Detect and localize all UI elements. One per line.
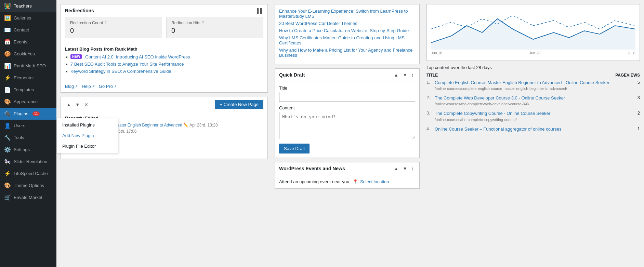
related-article-item: How to Create a Price Calculator on Webs…: [279, 28, 415, 33]
qd-collapse-down[interactable]: ▼: [401, 71, 409, 78]
redirection-count-help-icon[interactable]: ?: [104, 21, 107, 25]
templates-icon: 📄: [4, 86, 11, 93]
blog-link[interactable]: Blog ↗: [65, 84, 78, 89]
quick-draft-content-textarea[interactable]: [279, 112, 415, 139]
tc-title-link[interactable]: The Complete Copywriting Course - Online…: [435, 110, 630, 117]
pages-drag-handle[interactable]: ✕: [83, 101, 90, 108]
sidebar-item-settings[interactable]: ⚙️ Settings: [0, 144, 56, 156]
wpe-collapse-up[interactable]: ▲: [392, 165, 400, 172]
contact-icon: ✉️: [4, 27, 11, 33]
top-content-list: 1. Complete English Course: Master Engli…: [426, 80, 640, 132]
related-article-link[interactable]: 20 Best WordPress Car Dealer Themes: [279, 21, 357, 26]
wp-events-title: WordPress Events and News: [279, 166, 345, 171]
qd-drag[interactable]: ↕: [410, 71, 415, 78]
dropdown-item-installed-plugins[interactable]: Installed Plugins: [57, 120, 118, 130]
galleries-icon: 🖼️: [4, 15, 11, 21]
tc-title-link[interactable]: The Complete Web Developer Course 3.0 - …: [435, 95, 630, 101]
sidebar-item-templates[interactable]: 📄 Templates: [0, 84, 56, 96]
dropdown-item-plugin-file-editor[interactable]: Plugin File Editor: [57, 141, 118, 151]
sidebar-label-slider-revolution: Slider Revolution: [14, 159, 47, 164]
related-article-link[interactable]: Enhance Your E-Learning Experience: Swit…: [279, 9, 408, 19]
related-articles-widget: Enhance Your E-Learning Experience: Swit…: [275, 4, 420, 64]
sidebar-item-theme-options[interactable]: 🎨 Theme Options: [0, 179, 56, 191]
tc-url: /online-courses/complete-english-course-…: [435, 86, 567, 91]
quick-draft-header: Quick Draft ▲ ▼ ↕: [275, 69, 419, 81]
quick-draft-body: Title Content Save Draft: [275, 81, 419, 158]
pages-collapse-up[interactable]: ▲: [65, 101, 73, 108]
redirection-hits-help-icon[interactable]: ?: [202, 21, 204, 25]
tc-title-link[interactable]: Online Course Seeker – Functional aggreg…: [435, 126, 630, 132]
wp-events-body: Attend an upcoming event near you. 📍 Sel…: [275, 175, 419, 188]
tc-title-link[interactable]: Complete English Course: Master English …: [435, 80, 630, 86]
blog-post-item: 7 Best SEO Audit Tools to Analyze Your S…: [65, 62, 263, 67]
sidebar-item-appearance[interactable]: 🎨 Appearance: [0, 96, 56, 108]
chart-area-fill: [431, 19, 635, 50]
quick-draft-title-input[interactable]: [279, 92, 415, 102]
top-content-header: Top content over the last 28 days: [426, 65, 640, 70]
tc-pageviews: 2: [633, 110, 640, 116]
sidebar-item-slider-revolution[interactable]: 🎠 Slider Revolution: [0, 156, 56, 168]
redirections-title: Redirections: [65, 8, 94, 13]
related-article-link[interactable]: Why and How to Make a Pricing List for Y…: [279, 48, 412, 58]
top-content-row: 3. The Complete Copywriting Course - Onl…: [426, 110, 640, 122]
redirection-hits-box: Redirection Hits ? 0: [166, 17, 263, 38]
top-content-row: 4. Online Course Seeker – Functional agg…: [426, 126, 640, 132]
sidebar-item-litespeed-cache[interactable]: ⚡ LiteSpeed Cache: [0, 168, 56, 179]
sidebar-item-teachers[interactable]: 👨‍🏫 Teachers: [0, 0, 56, 12]
blog-post-link[interactable]: Content AI 2.0: Introducing AI SEO Insid…: [85, 54, 190, 59]
quick-draft-title-label: Title: [279, 85, 415, 91]
location-icon: 📍: [353, 179, 358, 184]
help-link[interactable]: Help ↗: [82, 84, 95, 89]
pages-controls: ▲ ▼ ✕: [65, 101, 90, 108]
blog-post-link[interactable]: 7 Best SEO Audit Tools to Analyze Your S…: [70, 62, 184, 67]
wpe-drag[interactable]: ↕: [410, 165, 415, 172]
sidebar-item-users[interactable]: 👤 Users: [0, 120, 56, 132]
tc-rank: 4.: [426, 126, 432, 131]
redirections-bar-icon[interactable]: ▐▐: [254, 7, 263, 14]
related-article-link[interactable]: How to Create a Price Calculator on Webs…: [279, 28, 409, 33]
sidebar-label-cookieyes: CookieYes: [14, 51, 35, 56]
chart-label-1: Jun 18: [431, 51, 442, 55]
slider-revolution-icon: 🎠: [4, 158, 11, 165]
select-location-link[interactable]: Select location: [360, 179, 389, 184]
chart-dashed-line: [431, 15, 635, 29]
sidebar-item-plugins[interactable]: 🔌 Plugins 11: [0, 108, 56, 120]
blog-post-link[interactable]: Keyword Strategy in SEO: A Comprehensive…: [70, 69, 171, 74]
go-pro-link[interactable]: Go Pro ↗: [99, 84, 117, 89]
dropdown-item-add-new-plugin[interactable]: Add New Plugin: [57, 130, 118, 141]
main-content: Redirections ▐▐ Redirection Count ? 0 Re…: [56, 0, 644, 267]
litespeed-cache-icon: ⚡: [4, 170, 11, 177]
users-icon: 👤: [4, 122, 11, 129]
quick-draft-widget: Quick Draft ▲ ▼ ↕ Title Content Save Dra…: [275, 68, 420, 158]
related-article-item: Why LMS Certificates Matter: Guide to Cr…: [279, 35, 415, 45]
wp-events-widget: WordPress Events and News ▲ ▼ ↕ Attend a…: [275, 162, 420, 189]
create-new-page-button[interactable]: + Create New Page: [215, 100, 263, 109]
sidebar-item-envato-market[interactable]: 🛒 Envato Market: [0, 191, 56, 203]
qd-collapse-up[interactable]: ▲: [392, 71, 400, 78]
go-pro-ext-icon: ↗: [114, 84, 117, 88]
sidebar-item-tools[interactable]: 🔧 Tools: [0, 132, 56, 144]
tc-pageviews: 5: [633, 80, 640, 85]
save-draft-button[interactable]: Save Draft: [279, 144, 310, 153]
related-article-link[interactable]: Why LMS Certificates Matter: Guide to Cr…: [279, 35, 405, 45]
sidebar-label-tools: Tools: [14, 135, 24, 140]
tools-icon: 🔧: [4, 134, 11, 141]
sidebar-label-events: Events: [14, 39, 27, 44]
blog-ext-icon: ↗: [75, 84, 78, 88]
events-icon: 📅: [4, 39, 11, 45]
sidebar-item-events[interactable]: 📅 Events: [0, 36, 56, 48]
sidebar-item-contact[interactable]: ✉️ Contact: [0, 24, 56, 36]
settings-icon: ⚙️: [4, 146, 11, 153]
sidebar-item-galleries[interactable]: 🖼️ Galleries: [0, 12, 56, 24]
tc-col-title: Title: [426, 73, 438, 78]
sidebar-label-theme-options: Theme Options: [14, 183, 44, 188]
sidebar-item-rank-math-seo[interactable]: 📊 Rank Math SEO: [0, 60, 56, 72]
wpe-collapse-down[interactable]: ▼: [401, 165, 409, 172]
pages-collapse-down[interactable]: ▼: [74, 101, 81, 108]
sidebar-item-elementor[interactable]: ⚡ Elementor: [0, 72, 56, 84]
top-content-row: 1. Complete English Course: Master Engli…: [426, 80, 640, 91]
quick-draft-title: Quick Draft: [279, 72, 305, 78]
chart-widget: Jun 18 Jun 28 Jul 8: [426, 4, 640, 61]
help-ext-icon: ↗: [92, 84, 95, 88]
sidebar-item-cookieyes[interactable]: 🍪 CookieYes: [0, 48, 56, 60]
